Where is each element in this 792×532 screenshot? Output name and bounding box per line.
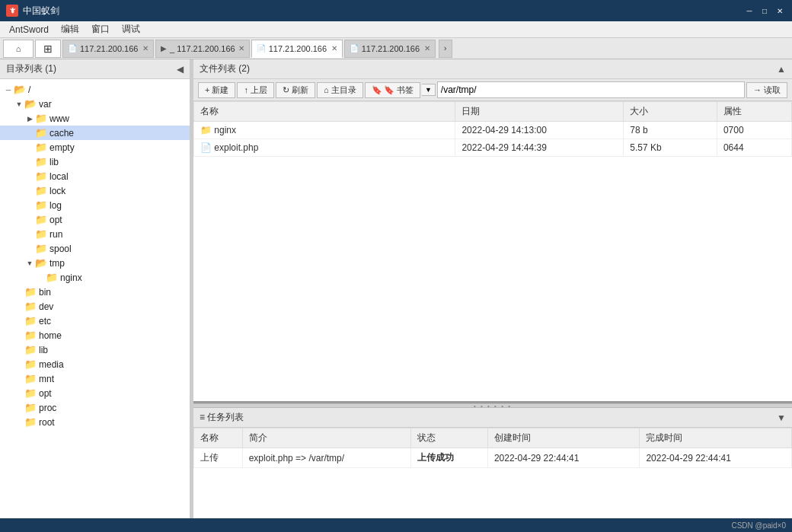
scroll-right-icon: › xyxy=(444,44,446,53)
tab-1[interactable]: ▶ _ 117.21.200.166 ✕ xyxy=(155,40,250,58)
tab-3[interactable]: 📄 117.21.200.166 ✕ xyxy=(344,40,436,58)
tree-item-media[interactable]: 📁 media xyxy=(0,357,190,371)
app-title: 中国蚁剑 xyxy=(23,5,59,18)
col-header-name[interactable]: 名称 xyxy=(194,102,455,122)
minimize-button[interactable]: ─ xyxy=(743,5,755,17)
menu-antsword[interactable]: AntSword xyxy=(3,23,55,37)
tree-item-log[interactable]: 📁 log xyxy=(0,198,190,212)
file-row-nginx[interactable]: 📁 nginx 2022-04-29 14:13:00 78 b 0700 xyxy=(194,122,792,139)
tree-item-bin[interactable]: 📁 bin xyxy=(0,285,190,299)
tab-3-close[interactable]: ✕ xyxy=(424,44,430,53)
expand-tmp[interactable]: ▼ xyxy=(24,258,35,269)
expand-nginx xyxy=(35,272,46,283)
up-button[interactable]: ↑ 上层 xyxy=(237,82,274,98)
expand-run xyxy=(24,229,35,240)
menu-window[interactable]: 窗口 xyxy=(85,21,116,37)
file-icon-exploit: 📄 xyxy=(200,142,212,153)
maximize-button[interactable]: □ xyxy=(758,5,771,17)
tree-item-etc[interactable]: 📁 etc xyxy=(0,314,190,328)
task-panel-collapse[interactable]: ▼ xyxy=(777,413,786,423)
tree-item-mnt[interactable]: 📁 mnt xyxy=(0,371,190,386)
tree-item-spool[interactable]: 📁 spool xyxy=(0,241,190,256)
expand-proc xyxy=(14,403,24,413)
tree-item-opt-var[interactable]: 📁 opt xyxy=(0,212,190,227)
menu-bar: AntSword 编辑 窗口 调试 xyxy=(0,21,792,38)
tree-item-dev[interactable]: 📁 dev xyxy=(0,299,190,314)
folder-icon-tmp: 📂 xyxy=(35,257,47,269)
tree-item-var[interactable]: ▼ 📂 var xyxy=(0,97,190,111)
tree-item-tmp[interactable]: ▼ 📂 tmp xyxy=(0,256,190,270)
refresh-button[interactable]: ↻ 刷新 xyxy=(276,82,315,98)
menu-debug[interactable]: 调试 xyxy=(116,21,146,37)
file-row-exploit[interactable]: 📄 exploit.php 2022-04-29 14:44:39 5.57 K… xyxy=(194,139,792,157)
tree-item-www[interactable]: ▶ 📁 www xyxy=(0,111,190,126)
task-row-0[interactable]: 上传 exploit.php => /var/tmp/ 上传成功 2022-04… xyxy=(194,448,792,468)
folder-icon-lock: 📁 xyxy=(35,185,47,196)
expand-www[interactable]: ▶ xyxy=(24,113,35,124)
tree-item-lock[interactable]: 📁 lock xyxy=(0,183,190,198)
tab-1-close[interactable]: ✕ xyxy=(238,44,244,53)
tree-item-local[interactable]: 📁 local xyxy=(0,169,190,183)
bookmark-dropdown[interactable]: ▼ xyxy=(422,84,436,96)
main-area: 目录列表 (1) ◀ ─ 📂 / ▼ 📂 var ▶ 📁 xyxy=(0,59,792,518)
tab-apps-button[interactable]: ⊞ xyxy=(35,40,61,58)
tree-label-var: var xyxy=(39,99,52,110)
tree-label-lock: lock xyxy=(50,186,65,196)
tab-3-icon: 📄 xyxy=(350,44,359,53)
tab-0-label: 117.21.200.166 xyxy=(80,44,138,53)
expand-log xyxy=(24,200,35,211)
task-col-status[interactable]: 状态 xyxy=(410,428,487,448)
expand-lock xyxy=(24,186,35,196)
col-header-date[interactable]: 日期 xyxy=(455,102,624,122)
tab-2[interactable]: 📄 117.21.200.166 ✕ xyxy=(251,40,343,58)
task-col-name[interactable]: 名称 xyxy=(194,428,243,448)
expand-root[interactable]: ─ xyxy=(3,84,14,95)
tab-2-close[interactable]: ✕ xyxy=(331,44,337,53)
close-button[interactable]: ✕ xyxy=(774,5,786,17)
expand-lib-var xyxy=(24,157,35,167)
tree-label-local: local xyxy=(50,171,69,182)
tree-label-empty: empty xyxy=(50,142,75,153)
tree-item-home[interactable]: 📁 home xyxy=(0,328,190,342)
col-header-size[interactable]: 大小 xyxy=(624,102,717,122)
tab-scroll-right[interactable]: › xyxy=(439,40,452,58)
status-text: CSDN @paid×0 xyxy=(731,521,786,530)
file-name-nginx: 📁 nginx xyxy=(194,122,455,139)
tree-item-lib[interactable]: 📁 lib xyxy=(0,342,190,357)
col-header-attr[interactable]: 属性 xyxy=(717,102,791,122)
tree-item-opt[interactable]: 📁 opt xyxy=(0,386,190,400)
tree-item-run[interactable]: 📁 run xyxy=(0,227,190,241)
bookmark-button[interactable]: 🔖 🔖 书签 xyxy=(365,82,420,98)
directory-collapse-button[interactable]: ◀ xyxy=(177,64,184,75)
tab-0-close[interactable]: ✕ xyxy=(142,44,148,53)
tree-item-root[interactable]: ─ 📂 / xyxy=(0,82,190,97)
menu-edit[interactable]: 编辑 xyxy=(55,21,85,37)
expand-dev xyxy=(14,301,24,312)
tab-0[interactable]: 📄 117.21.200.166 ✕ xyxy=(62,40,154,58)
file-attr-exploit: 0644 xyxy=(717,139,791,157)
new-button[interactable]: + 新建 xyxy=(198,82,235,98)
task-col-finish[interactable]: 完成时间 xyxy=(640,428,792,448)
read-button[interactable]: → 读取 xyxy=(746,82,787,98)
file-date-nginx: 2022-04-29 14:13:00 xyxy=(455,122,624,139)
tree-label-dev: dev xyxy=(39,301,53,312)
home-button[interactable]: ⌂ 主目录 xyxy=(317,82,363,98)
tree-item-nginx[interactable]: 📁 nginx xyxy=(0,270,190,285)
task-finish-0: 2022-04-29 22:44:41 xyxy=(640,448,792,468)
expand-local xyxy=(24,171,35,182)
expand-home xyxy=(14,330,24,341)
file-panel-collapse[interactable]: ▲ xyxy=(777,64,786,75)
tree-item-proc[interactable]: 📁 proc xyxy=(0,400,190,415)
task-col-desc[interactable]: 简介 xyxy=(242,428,410,448)
tree-label-tmp: tmp xyxy=(50,258,65,269)
tree-item-rootdir[interactable]: 📁 root xyxy=(0,415,190,429)
folder-icon-lib-var: 📁 xyxy=(35,156,47,167)
tree-item-empty[interactable]: 📁 empty xyxy=(0,140,190,155)
task-col-create[interactable]: 创建时间 xyxy=(487,428,640,448)
expand-var[interactable]: ▼ xyxy=(14,99,24,110)
tree-item-cache[interactable]: 📁 cache xyxy=(0,126,190,140)
folder-icon-spool: 📁 xyxy=(35,243,47,254)
tab-home-button[interactable]: ⌂ xyxy=(3,40,34,58)
path-input[interactable] xyxy=(437,81,745,98)
tree-item-lib-var[interactable]: 📁 lib xyxy=(0,155,190,169)
